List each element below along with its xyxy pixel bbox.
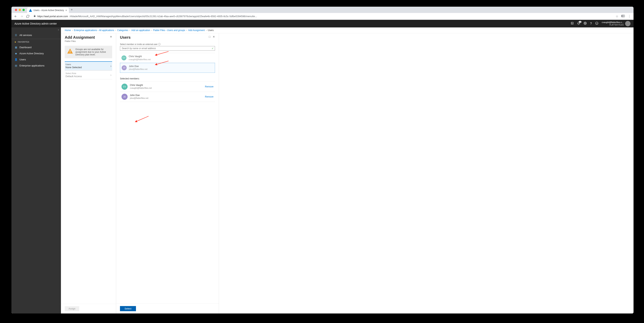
sidebar-item-label: Users [20, 58, 26, 61]
url-path: /#blade/Microsoft_AAD_IAM/ManagedAppMenu… [70, 15, 257, 18]
warning-icon [67, 48, 73, 54]
tab-title: Users - Azure Active Directory [34, 9, 64, 12]
picker-value: None Selected [66, 66, 110, 69]
lock-icon [34, 15, 36, 18]
user-name: Chris Vaught [130, 84, 202, 87]
favorites-header: ★ FAVORITES [12, 40, 61, 44]
url-host: https://aad.portal.azure.com [37, 15, 68, 18]
chevron-right-icon: › [110, 64, 112, 68]
picker-value: Default Access [66, 75, 110, 78]
sidebar: « ☰ All services ★ FAVORITES ▦ Dashboard… [12, 28, 61, 148]
breadcrumb: Home› Enterprise applications - All appl… [61, 28, 296, 33]
sidebar-item-label: Dashboard [20, 46, 32, 49]
sidebar-item-enterprise-apps[interactable]: ▤ Enterprise applications [12, 62, 61, 68]
breadcrumb-add-app[interactable]: Add an application [132, 29, 150, 32]
user-icon: 👤 [14, 58, 18, 61]
selected-members-label: Selected members: [120, 77, 215, 80]
sidebar-item-all-services[interactable]: ☰ All services [12, 32, 61, 38]
add-assignment-blade: Add Assignment Flatter Files ✕ Groups ar… [61, 33, 116, 148]
sidebar-item-dashboard[interactable]: ▦ Dashboard [12, 44, 61, 50]
close-window-icon[interactable] [15, 9, 17, 11]
forward-button[interactable] [19, 14, 24, 19]
browser-tab[interactable]: Users - Azure Active Directory × [27, 8, 69, 13]
selected-member-row: JD John Doe jdoe@flatterfiles.net Remove [120, 92, 215, 102]
sidebar-item-users[interactable]: 👤 Users [12, 56, 61, 62]
blade-title: Users [120, 35, 131, 40]
dashboard-icon: ▦ [14, 46, 18, 49]
collapse-sidebar-button[interactable]: « [12, 28, 61, 32]
warning-text: Groups are not available for assignment … [76, 48, 110, 56]
azure-portal: Azure Active Directory admin center 1 ? … [12, 20, 296, 148]
chevron-right-icon: › [110, 73, 112, 77]
breadcrumb-flatter[interactable]: Flatter Files - Users and groups [153, 29, 185, 32]
avatar-icon: JD [122, 65, 127, 70]
sidebar-item-label: All services [20, 34, 32, 36]
users-picker[interactable]: Users None Selected › [65, 61, 112, 70]
breadcrumb-ent-apps[interactable]: Enterprise applications - All applicatio… [74, 29, 114, 32]
remove-link[interactable]: Remove [205, 85, 214, 88]
check-icon: ✓ [212, 47, 214, 50]
maximize-blade-icon[interactable]: □ [209, 35, 210, 38]
picker-label: Users [66, 63, 110, 66]
user-suggestion-row[interactable]: CV Chris Vaught cvaught@flatterfiles.net [120, 53, 215, 63]
user-name: John Doe [130, 94, 202, 97]
browser-window: Users - Azure Active Directory × + https… [12, 7, 296, 148]
user-email: jdoe@flatterfiles.net [130, 97, 202, 100]
blade-title: Add Assignment [65, 35, 95, 40]
avatar-icon: JD [122, 94, 128, 100]
avatar-icon: CV [122, 84, 128, 90]
window-controls[interactable] [15, 9, 25, 11]
url-field[interactable]: https://aad.portal.azure.com/#blade/Micr… [31, 15, 296, 18]
breadcrumb-home[interactable]: Home [65, 29, 71, 32]
sidebar-item-aad[interactable]: ◆ Azure Active Directory [12, 50, 61, 56]
picker-label: Select Role [66, 72, 110, 74]
tab-bar: Users - Azure Active Directory × + [12, 7, 296, 13]
aad-icon: ◆ [14, 52, 18, 55]
user-email: jdoe@flatterfiles.net [129, 68, 213, 70]
user-name: John Doe [129, 65, 213, 68]
user-email: cvaught@flatterfiles.net [129, 58, 214, 61]
close-tab-icon[interactable]: × [65, 9, 67, 12]
new-tab-button[interactable]: + [69, 8, 75, 12]
selected-member-row: CV Chris Vaught cvaught@flatterfiles.net… [120, 82, 215, 92]
breadcrumb-categories[interactable]: Categories [117, 29, 128, 32]
breadcrumb-current: Users [208, 29, 214, 32]
user-name: Chris Vaught [129, 55, 214, 58]
back-button[interactable] [13, 14, 18, 19]
search-input[interactable] [120, 46, 215, 51]
close-blade-icon[interactable]: ✕ [110, 35, 112, 38]
list-icon: ☰ [14, 34, 18, 36]
portal-header: Azure Active Directory admin center 1 ? … [12, 20, 296, 28]
sidebar-item-label: Azure Active Directory [20, 52, 44, 55]
role-picker[interactable]: Select Role Default Access › [65, 70, 112, 80]
reload-button[interactable] [25, 14, 30, 19]
apps-icon: ▤ [14, 64, 18, 67]
remove-link[interactable]: Remove [205, 96, 214, 98]
blade-subtitle: Flatter Files [65, 40, 95, 42]
address-bar: https://aad.portal.azure.com/#blade/Micr… [12, 13, 296, 20]
portal-title: Azure Active Directory admin center [14, 22, 57, 25]
warning-box: Groups are not available for assignment … [65, 46, 112, 58]
sidebar-item-label: Enterprise applications [20, 64, 44, 67]
maximize-window-icon[interactable] [22, 9, 25, 11]
minimize-window-icon[interactable] [19, 9, 21, 11]
search-label: Select member or invite an external user… [120, 43, 215, 45]
star-icon: ★ [14, 41, 16, 43]
azure-favicon-icon [29, 9, 32, 12]
main-area: Home› Enterprise applications - All appl… [61, 28, 296, 148]
info-icon[interactable]: i [158, 43, 160, 45]
avatar-icon: CV [122, 56, 126, 60]
breadcrumb-assign[interactable]: Add Assignment [188, 29, 205, 32]
users-blade: Users □ ✕ Select member or invite an ext… [116, 33, 219, 148]
close-blade-icon[interactable]: ✕ [213, 35, 215, 38]
user-suggestion-row[interactable]: JD John Doe jdoe@flatterfiles.net [120, 63, 215, 73]
user-email: cvaught@flatterfiles.net [130, 87, 202, 89]
